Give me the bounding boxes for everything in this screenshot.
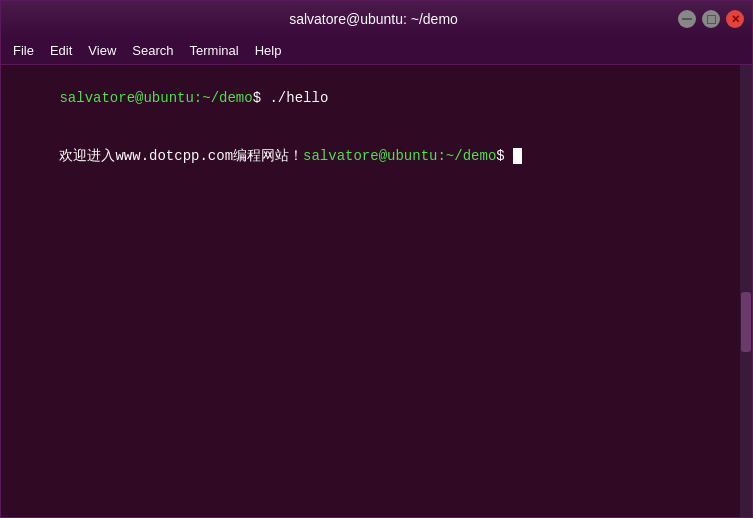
menu-edit[interactable]: Edit [42,41,80,60]
close-button[interactable] [726,10,744,28]
scrollbar-thumb[interactable] [741,292,751,352]
titlebar: salvatore@ubuntu: ~/demo [1,1,752,37]
terminal-window: salvatore@ubuntu: ~/demo File Edit View … [0,0,753,518]
minimize-button[interactable] [678,10,696,28]
prompt-dollar-1: $ [253,90,270,106]
menu-file[interactable]: File [5,41,42,60]
menubar: File Edit View Search Terminal Help [1,37,752,65]
window-controls [678,10,744,28]
terminal-scrollbar[interactable] [740,65,752,517]
menu-view[interactable]: View [80,41,124,60]
menu-help[interactable]: Help [247,41,290,60]
command-1: ./hello [269,90,328,106]
terminal-line-1: salvatore@ubuntu:~/demo$ ./hello [9,69,744,128]
menu-search[interactable]: Search [124,41,181,60]
prompt-user-2: salvatore@ubuntu:~/demo [303,148,496,164]
prompt-user-1: salvatore@ubuntu:~/demo [59,90,252,106]
terminal-body[interactable]: salvatore@ubuntu:~/demo$ ./hello 欢迎进入www… [1,65,752,517]
maximize-button[interactable] [702,10,720,28]
maximize-icon [707,15,716,24]
window-title: salvatore@ubuntu: ~/demo [69,11,678,27]
terminal-cursor [513,148,522,164]
terminal-line-2: 欢迎进入www.dotcpp.com编程网站！salvatore@ubuntu:… [9,128,744,187]
output-text: 欢迎进入www.dotcpp.com编程网站！ [59,148,303,164]
menu-terminal[interactable]: Terminal [182,41,247,60]
prompt-dollar-2: $ [496,148,513,164]
minimize-icon [682,18,692,20]
